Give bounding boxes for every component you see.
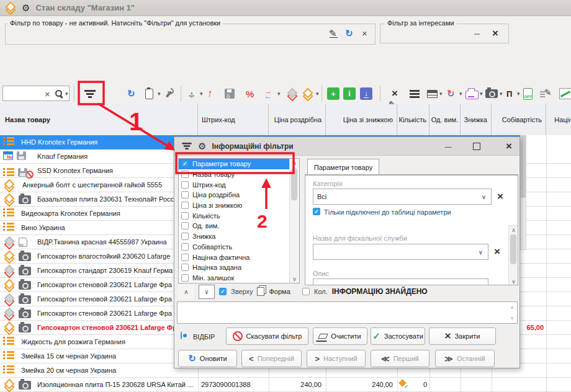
refresh-button[interactable]: [127, 86, 135, 102]
scrollbar-thumb[interactable]: [521, 136, 526, 198]
description-input[interactable]: [313, 278, 488, 285]
panel-scrollbar[interactable]: [508, 225, 518, 285]
column-header-discount[interactable]: Знижка: [461, 104, 492, 135]
camera-button[interactable]: [485, 86, 498, 102]
scroll-down-icon[interactable]: [509, 277, 518, 285]
save-template-button[interactable]: [225, 86, 235, 102]
filters-button[interactable]: [84, 86, 96, 102]
scrollbar-thumb[interactable]: [510, 234, 516, 264]
refresh-filter-icon[interactable]: [345, 28, 353, 39]
edit-filter-icon[interactable]: [329, 30, 337, 38]
column-header-cost[interactable]: Собівартість: [492, 104, 546, 135]
tools-wrench-button[interactable]: [163, 86, 173, 102]
dialog-titlebar[interactable]: Інформаційні фільтри: [174, 137, 519, 156]
cancel-filter-button[interactable]: Скасувати фільтр: [226, 327, 308, 345]
category-dropdown[interactable]: Всі: [313, 189, 492, 205]
next-button[interactable]: Наступний: [307, 350, 366, 367]
copy-form-icon[interactable]: [257, 287, 264, 296]
maximize-button[interactable]: [469, 140, 485, 153]
first-button[interactable]: Перший: [371, 350, 429, 367]
move-down-button[interactable]: [199, 285, 215, 299]
checkbox-icon[interactable]: [181, 274, 189, 282]
filter-field-item[interactable]: Знижка: [179, 231, 299, 242]
chart-button[interactable]: [559, 86, 571, 102]
scroll-down-icon[interactable]: [508, 314, 516, 322]
print-caret-icon[interactable]: [480, 86, 483, 102]
transfer-caret-icon[interactable]: [277, 86, 281, 102]
checkbox-icon[interactable]: [181, 243, 189, 251]
scroll-down-icon[interactable]: [290, 275, 299, 283]
filter-field-item[interactable]: Параметри товару: [179, 159, 292, 169]
download-button[interactable]: [360, 86, 372, 102]
layers-active-button[interactable]: [302, 86, 313, 102]
previous-button[interactable]: Попередній: [241, 350, 302, 367]
clear-button[interactable]: Очистити: [313, 327, 367, 345]
search-options-caret-icon[interactable]: [65, 86, 68, 102]
checkbox-icon[interactable]: [181, 171, 189, 178]
column-header-barcode[interactable]: Штрих-код: [198, 104, 269, 135]
layers-caret-icon[interactable]: [316, 86, 319, 102]
move-button[interactable]: [186, 86, 197, 102]
sync-button[interactable]: [447, 86, 455, 102]
print-button[interactable]: [465, 86, 479, 102]
checkbox-icon[interactable]: [181, 202, 189, 209]
checkbox-icon[interactable]: [181, 222, 189, 229]
interest-clear-icon[interactable]: [492, 27, 498, 40]
settings-gear-icon[interactable]: [22, 2, 30, 14]
table-row[interactable]: Изоляционная плита П-15 230628 URSA Кита…: [0, 378, 571, 392]
scroll-up-icon[interactable]: [508, 303, 516, 311]
p-mode-caret-icon[interactable]: [517, 86, 520, 102]
filter-field-item[interactable]: Штрих-код: [179, 179, 299, 190]
filter-field-item[interactable]: Собівартість: [179, 242, 299, 252]
col-checkbox[interactable]: [302, 288, 310, 295]
delete-button[interactable]: [392, 86, 398, 102]
rows-view-button[interactable]: [410, 86, 420, 102]
tab-product-parameters[interactable]: Параметри товару: [307, 159, 379, 175]
on-top-checkbox[interactable]: [219, 288, 227, 295]
refresh-dialog-button[interactable]: Оновити: [178, 350, 237, 367]
column-header-markup[interactable]: Націнка фактична: [546, 104, 571, 135]
column-header-name[interactable]: Назва товару: [0, 104, 198, 135]
scrollbar-thumb[interactable]: [291, 168, 297, 200]
chevron-down-icon[interactable]: [479, 249, 483, 256]
percent-button[interactable]: [246, 86, 254, 102]
filter-field-item[interactable]: Ціна роздрібна: [179, 190, 299, 200]
clipboard-button[interactable]: [145, 86, 153, 102]
fiscal-clear-icon[interactable]: [492, 247, 502, 257]
column-header-quantity[interactable]: Кількість: [397, 104, 429, 135]
minimize-button[interactable]: [440, 140, 456, 153]
filter-field-item[interactable]: Ціна зі знижкою: [179, 200, 299, 211]
edit-list-button[interactable]: [540, 86, 552, 102]
filter-field-item[interactable]: Од. вим.: [179, 221, 299, 231]
column-header-price[interactable]: Ціна роздрібна: [269, 104, 326, 135]
category-clear-icon[interactable]: [495, 192, 505, 202]
results-box[interactable]: [177, 301, 518, 324]
filter-field-item[interactable]: Націнка задана: [179, 262, 299, 273]
scroll-up-icon[interactable]: [290, 159, 299, 167]
checkbox-icon[interactable]: [181, 181, 189, 189]
checkbox-icon[interactable]: [181, 254, 189, 261]
camera-caret-icon[interactable]: [500, 86, 503, 102]
level-up-button[interactable]: [207, 86, 213, 102]
checkbox-checked-icon[interactable]: [181, 160, 189, 167]
close-dialog-button[interactable]: Закрити: [429, 327, 496, 345]
selection-radio[interactable]: [181, 331, 182, 340]
connected-only-checkbox[interactable]: [313, 208, 320, 215]
p-mode-button[interactable]: П: [506, 86, 512, 102]
search-clear-icon[interactable]: [45, 86, 50, 102]
search-icon[interactable]: [55, 86, 64, 102]
filter-field-item[interactable]: Націнка фактична: [179, 252, 299, 262]
scroll-up-icon[interactable]: [509, 226, 518, 234]
checkbox-icon[interactable]: [181, 233, 189, 240]
column-header-unit[interactable]: Од. вим.: [429, 104, 461, 135]
apply-button[interactable]: Застосувати: [371, 327, 425, 345]
transfer-button[interactable]: [264, 86, 272, 102]
column-header-discount-price[interactable]: Ціна зі знижкою: [326, 104, 397, 135]
sync-caret-icon[interactable]: [459, 86, 462, 102]
filter-field-item[interactable]: Мін. залишок: [179, 273, 299, 283]
spinner-icon[interactable]: [480, 284, 483, 286]
table-view-caret-icon[interactable]: [439, 86, 443, 102]
opt-document-button[interactable]: ОПТ: [523, 86, 533, 102]
close-button[interactable]: [501, 140, 517, 153]
filter-field-item[interactable]: Кількість: [179, 210, 299, 221]
